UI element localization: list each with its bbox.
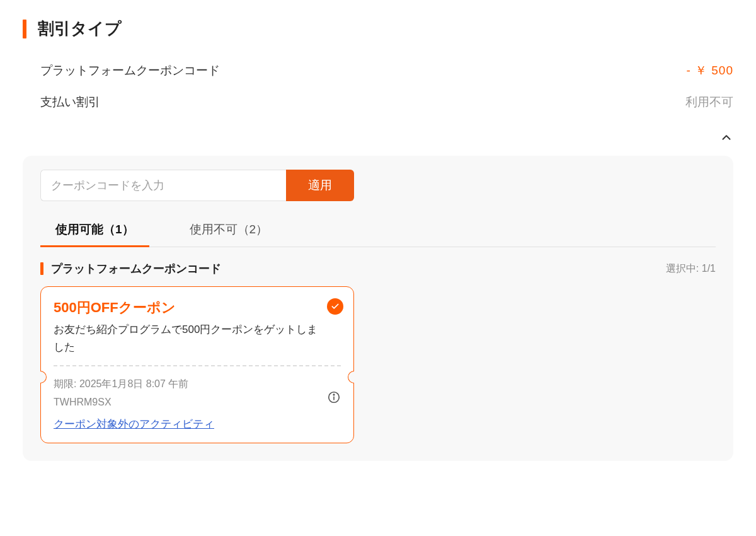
accent-bar-icon: [40, 262, 43, 275]
platform-coupon-label: プラットフォームクーポンコード: [40, 62, 220, 79]
payment-discount-row: 支払い割引 利用不可: [23, 86, 733, 118]
payment-discount-value: 利用不可: [685, 94, 733, 110]
coupon-title: 500円OFFクーポン: [54, 298, 341, 317]
coupon-input-row: 適用: [40, 170, 354, 201]
coupon-expiry: 期限: 2025年1月8日 8:07 午前: [54, 375, 341, 393]
section-title: 割引タイプ: [38, 18, 122, 40]
accent-bar-icon: [23, 20, 26, 38]
subheader-title: プラットフォームクーポンコード: [51, 261, 221, 276]
coupon-code: TWHRM9SX: [54, 393, 341, 412]
coupon-description: お友だち紹介プログラムで500円クーポンをゲットしました: [54, 321, 341, 356]
tab-unavailable[interactable]: 使用不可（2）: [175, 213, 284, 247]
info-icon[interactable]: [327, 390, 341, 404]
chevron-up-icon[interactable]: [719, 131, 733, 144]
exclusions-link[interactable]: クーポン対象外のアクティビティ: [54, 417, 214, 431]
coupon-tabs: 使用可能（1） 使用不可（2）: [40, 213, 716, 247]
apply-button[interactable]: 適用: [286, 170, 354, 201]
platform-coupon-value: - ￥ 500: [686, 62, 733, 79]
coupon-top: 500円OFFクーポン お友だち紹介プログラムで500円クーポンをゲットしました: [54, 298, 341, 366]
subheader-row: プラットフォームクーポンコード 選択中: 1/1: [40, 261, 716, 276]
selected-count: 選択中: 1/1: [666, 262, 716, 276]
checkmark-icon: [327, 298, 343, 315]
collapse-row: [23, 118, 733, 151]
subheader: プラットフォームクーポンコード: [40, 261, 221, 276]
coupon-bottom: 期限: 2025年1月8日 8:07 午前 TWHRM9SX クーポン対象外のア…: [54, 366, 341, 431]
coupon-code-input[interactable]: [40, 170, 286, 201]
svg-point-2: [333, 394, 334, 395]
coupon-panel: 適用 使用可能（1） 使用不可（2） プラットフォームクーポンコード 選択中: …: [23, 156, 733, 461]
coupon-card[interactable]: 500円OFFクーポン お友だち紹介プログラムで500円クーポンをゲットしました…: [40, 286, 354, 443]
discount-section: 割引タイプ プラットフォームクーポンコード - ￥ 500 支払い割引 利用不可…: [0, 0, 756, 536]
payment-discount-label: 支払い割引: [40, 94, 100, 110]
platform-coupon-row: プラットフォームクーポンコード - ￥ 500: [23, 55, 733, 86]
tab-available[interactable]: 使用可能（1）: [40, 213, 149, 247]
section-header: 割引タイプ: [23, 18, 733, 40]
